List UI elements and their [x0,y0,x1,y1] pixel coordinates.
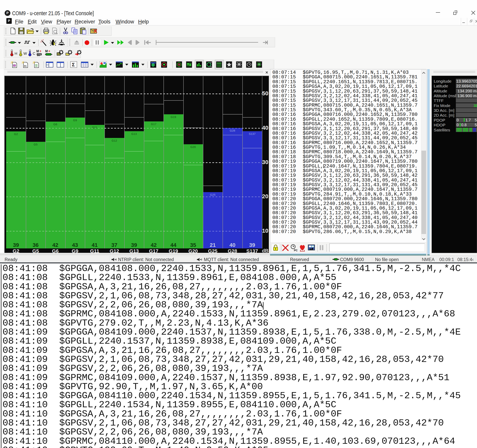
svg-text:Σ: Σ [72,62,75,67]
svg-text:PC: PC [294,249,298,252]
svg-text:M: M [45,50,48,53]
svg-text:+: + [48,50,50,53]
svg-text:+: + [39,50,42,53]
svg-text:01: 01 [24,65,27,67]
svg-text:M: M [36,50,39,53]
svg-text:do: do [37,54,40,57]
